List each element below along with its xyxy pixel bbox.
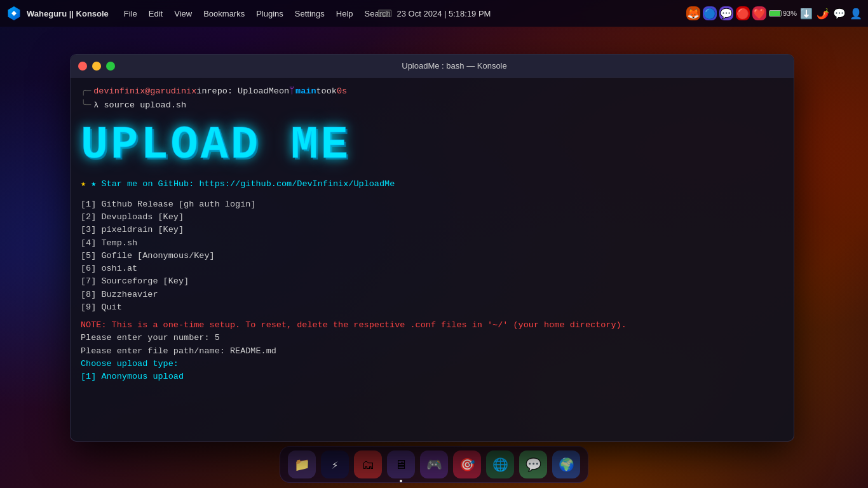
command-line: ╰─ λ source upload.sh — [81, 99, 783, 112]
dock-item-zsh[interactable]: ⚡ — [321, 451, 349, 478]
tray-icon-red1[interactable]: 🔴 — [736, 6, 750, 20]
tray-icon-red2[interactable]: ❤️ — [752, 6, 766, 20]
dock-item-files[interactable]: 📁 — [288, 451, 316, 478]
maximize-button[interactable] — [106, 62, 115, 71]
tray-icon-chat2[interactable]: 💬 — [832, 6, 846, 20]
dock-item-browser[interactable]: 🌐 — [486, 451, 514, 478]
system-tray: 🦊 🔵 💬 🔴 ❤️ 93% ⬇️ 🌶️ 💬 👤 — [686, 6, 863, 20]
tray-icon-network[interactable]: 🔵 — [703, 6, 717, 20]
datetime-display: ⌨ 23 Oct 2024 | 5:18:19 PM — [377, 8, 491, 20]
terminal-body[interactable]: ╭─ devinfinix @ garudinix in repo: Uploa… — [71, 78, 794, 441]
menu-view[interactable]: View — [169, 6, 197, 21]
prompt-number-line: Please enter your number: 5 — [81, 332, 783, 344]
menu-item-5: [5] Gofile [Anonymous/Key] — [81, 250, 783, 262]
tray-icon-user[interactable]: 👤 — [849, 6, 863, 20]
battery-fill — [770, 11, 780, 16]
prompt-file-line: Please enter file path/name: README.md — [81, 345, 783, 358]
battery-pct: 93% — [783, 10, 797, 17]
prompt-branch: main — [295, 85, 316, 98]
menu-help[interactable]: Help — [331, 6, 358, 21]
menu-item-8: [8] Buzzheavier — [81, 288, 783, 301]
prompt-at-sign: @ — [145, 85, 150, 98]
prompt-in-text: in — [196, 85, 207, 98]
tray-icon-firefox[interactable]: 🦊 — [686, 6, 700, 20]
menu-plugins[interactable]: Plugins — [251, 6, 288, 21]
anon-option-line: [1] Anonymous upload — [81, 370, 783, 383]
choose-upload-line: Choose upload type: — [81, 358, 783, 370]
taskbar-bottom-dock: 📁 ⚡ 🗂 🖥 🎮 🎯 🌐 💬 🌍 — [280, 446, 588, 483]
datetime-text: 23 Oct 2024 | 5:18:19 PM — [397, 9, 491, 18]
terminal-titlebar: UploadMe : bash — Konsole — [71, 55, 794, 78]
minimize-button[interactable] — [92, 62, 101, 71]
prompt-line-1: ╭─ devinfinix @ garudinix in repo: Uploa… — [81, 85, 783, 98]
branch-icon: ᛘ — [289, 85, 294, 98]
dock-item-chat[interactable]: 💬 — [519, 451, 547, 478]
dock-item-extra[interactable]: 🌍 — [552, 451, 580, 478]
spacer — [81, 314, 783, 319]
command-text: λ source upload.sh — [93, 99, 186, 112]
tray-icon-download[interactable]: ⬇️ — [799, 6, 813, 20]
tray-icon-discord[interactable]: 💬 — [719, 6, 733, 20]
menu-item-9: [9] Quit — [81, 301, 783, 314]
ascii-art-container: UPLOAD ME — [81, 123, 783, 168]
menu-file[interactable]: File — [119, 6, 142, 21]
menu-item-6: [6] oshi.at — [81, 262, 783, 275]
prompt-username: devinfinix — [93, 85, 145, 98]
menu-edit[interactable]: Edit — [144, 6, 168, 21]
menu-item-2: [2] Devuploads [Key] — [81, 211, 783, 224]
menu-item-7: [7] Sourceforge [Key] — [81, 275, 783, 288]
terminal-window: UploadMe : bash — Konsole ╭─ devinfinix … — [70, 54, 794, 442]
battery-indicator: 93% — [769, 10, 797, 17]
terminal-title: UploadMe : bash — Konsole — [123, 61, 786, 71]
menu-bookmarks[interactable]: Bookmarks — [198, 6, 250, 21]
bracket-left-icon: ╭─ — [81, 85, 91, 98]
bracket-bottom-icon: ╰─ — [81, 99, 91, 112]
prompt-repo: repo: UploadMe — [207, 85, 278, 98]
taskbar-top: Waheguru || Konsole File Edit View Bookm… — [0, 0, 868, 27]
prompt-took-text: took — [316, 85, 337, 98]
star-line-container: ★ ★ Star me on GitHub: https://github.co… — [81, 178, 783, 191]
menu-settings[interactable]: Settings — [290, 6, 330, 21]
star-line-text: ★ Star me on GitHub: https://github.com/… — [91, 179, 395, 189]
dock-item-apps[interactable]: 🎯 — [453, 451, 481, 478]
note-line: NOTE: This is a one-time setup. To reset… — [81, 319, 783, 332]
dock-item-manager[interactable]: 🗂 — [354, 451, 382, 478]
prompt-hostname: garudinix — [150, 85, 196, 98]
menu-item-4: [4] Temp.sh — [81, 237, 783, 250]
tray-icon-spice[interactable]: 🌶️ — [816, 6, 830, 20]
menu-item-1: [1] Github Release [gh auth login] — [81, 198, 783, 211]
dock-item-games[interactable]: 🎮 — [420, 451, 448, 478]
app-logo-icon — [5, 4, 23, 22]
window-buttons — [78, 62, 115, 71]
menu-item-3: [3] pixeldrain [Key] — [81, 224, 783, 236]
dock-item-konsole[interactable]: 🖥 — [387, 451, 415, 478]
app-name-label: Waheguru || Konsole — [27, 9, 109, 18]
close-button[interactable] — [78, 62, 87, 71]
upload-menu-list: [1] Github Release [gh auth login] [2] D… — [81, 198, 783, 314]
battery-bar — [769, 10, 782, 17]
prompt-on-text: on — [279, 85, 289, 98]
prompt-time: 0s — [337, 85, 347, 98]
upload-me-title: UPLOAD ME — [81, 123, 783, 168]
